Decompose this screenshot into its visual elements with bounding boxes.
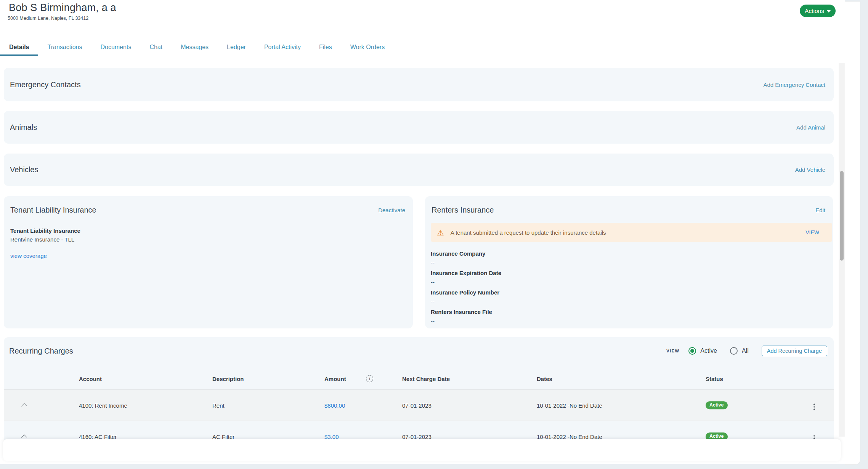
tab-files[interactable]: Files — [310, 38, 341, 56]
col-status: Status — [706, 375, 723, 382]
insurance-expiration-field: Insurance Expiration Date -- — [431, 270, 826, 285]
radio-active-label: Active — [700, 347, 717, 354]
col-amount: Amount — [324, 375, 346, 382]
radio-active[interactable]: Active — [688, 347, 717, 355]
animals-title: Animals — [10, 123, 37, 132]
vehicles-card: Vehicles Add Vehicle — [4, 154, 834, 186]
col-account: Account — [79, 375, 102, 382]
tab-bar: Details Transactions Documents Chat Mess… — [0, 38, 394, 56]
tab-documents[interactable]: Documents — [91, 38, 140, 56]
insurance-alert-banner: ⚠ A tenant submitted a request to update… — [431, 223, 832, 242]
policy-name: Tenant Liability Insurance — [10, 227, 406, 234]
renters-insurance-file-field: Renters Insurance File -- — [431, 309, 826, 324]
insurance-alert-message: A tenant submitted a request to update t… — [451, 229, 805, 236]
tab-ledger[interactable]: Ledger — [218, 38, 255, 56]
chevron-down-icon — [827, 10, 831, 13]
info-icon[interactable]: i — [366, 375, 373, 382]
radio-active-icon[interactable] — [688, 347, 696, 355]
scrollbar-thumb[interactable] — [840, 171, 844, 261]
table-row: 4100: Rent Income Rent $800.00 07-01-202… — [4, 390, 834, 421]
tenant-liability-title: Tenant Liability Insurance — [10, 206, 96, 214]
tab-work-orders[interactable]: Work Orders — [341, 38, 394, 56]
edit-link[interactable]: Edit — [815, 207, 825, 213]
insurance-policy-number-field: Insurance Policy Number -- — [431, 289, 826, 305]
renters-insurance-title: Renters Insurance — [432, 206, 494, 214]
radio-all[interactable]: All — [730, 347, 749, 355]
policy-provider: Rentvine Insurance - TLL — [10, 236, 406, 243]
cell-account: 4100: Rent Income — [79, 402, 127, 408]
vehicles-title: Vehicles — [10, 165, 39, 174]
actions-button-label: Actions — [805, 8, 824, 14]
col-dates: Dates — [537, 375, 552, 382]
field-value: -- — [431, 318, 826, 324]
radio-all-icon[interactable] — [730, 347, 738, 355]
field-label: Insurance Company — [431, 250, 826, 257]
cell-amount-link[interactable]: $800.00 — [324, 402, 345, 408]
col-next-charge-date: Next Charge Date — [402, 375, 450, 382]
cell-description: Rent — [212, 402, 225, 408]
cell-next-charge-date: 07-01-2023 — [402, 402, 432, 408]
field-label: Insurance Expiration Date — [431, 270, 826, 276]
field-value: -- — [431, 279, 826, 285]
view-filter-controls: VIEW Active All Add Recurring Charge — [666, 346, 827, 356]
view-coverage-link[interactable]: view coverage — [10, 253, 47, 259]
animals-card: Animals Add Animal — [4, 111, 834, 144]
view-filter-label: VIEW — [666, 349, 679, 353]
emergency-contacts-card: Emergency Contacts Add Emergency Contact — [4, 68, 834, 101]
actions-button[interactable]: Actions — [800, 5, 836, 17]
status-badge: Active — [706, 401, 728, 410]
footer-bar — [3, 439, 841, 461]
tenant-liability-insurance-card: Tenant Liability Insurance Deactivate Te… — [4, 196, 413, 328]
cell-dates: 10-01-2022 -No End Date — [537, 402, 602, 408]
deactivate-link[interactable]: Deactivate — [378, 207, 405, 213]
field-label: Renters Insurance File — [431, 309, 826, 315]
field-value: -- — [431, 259, 826, 266]
tab-transactions[interactable]: Transactions — [38, 38, 91, 56]
col-description: Description — [212, 375, 244, 382]
page-title: Bob S Birmingham, a a — [9, 2, 116, 14]
kebab-menu-icon[interactable] — [811, 403, 817, 411]
recurring-charges-title: Recurring Charges — [9, 347, 73, 355]
tab-chat[interactable]: Chat — [140, 38, 172, 56]
add-recurring-charge-button[interactable]: Add Recurring Charge — [762, 346, 827, 356]
add-animal-link[interactable]: Add Animal — [796, 124, 825, 131]
tab-portal-activity[interactable]: Portal Activity — [255, 38, 310, 56]
radio-all-label: All — [742, 347, 749, 354]
content-sheet: Bob S Birmingham, a a 5000 Medium Lane, … — [0, 0, 845, 464]
page-subtitle: 5000 Medium Lane, Naples, FL 33412 — [8, 16, 88, 21]
field-value: -- — [431, 298, 826, 305]
emergency-contacts-title: Emergency Contacts — [10, 80, 81, 89]
alert-view-link[interactable]: VIEW — [805, 229, 819, 235]
renters-insurance-card: Renters Insurance Edit ⚠ A tenant submit… — [425, 196, 833, 328]
collapse-chevron-icon[interactable] — [21, 403, 27, 409]
page: Bob S Birmingham, a a 5000 Medium Lane, … — [0, 0, 868, 469]
add-emergency-contact-link[interactable]: Add Emergency Contact — [763, 82, 825, 88]
right-gutter-panel — [845, 1, 860, 465]
insurance-company-field: Insurance Company -- — [431, 250, 826, 266]
field-label: Insurance Policy Number — [431, 289, 826, 296]
table-header-row: Account Description Amount i Next Charge… — [4, 368, 834, 390]
warning-icon: ⚠ — [437, 229, 444, 237]
scrollbar-track[interactable] — [839, 63, 845, 437]
tab-details[interactable]: Details — [0, 38, 38, 56]
tab-messages[interactable]: Messages — [172, 38, 218, 56]
add-vehicle-link[interactable]: Add Vehicle — [795, 166, 825, 173]
